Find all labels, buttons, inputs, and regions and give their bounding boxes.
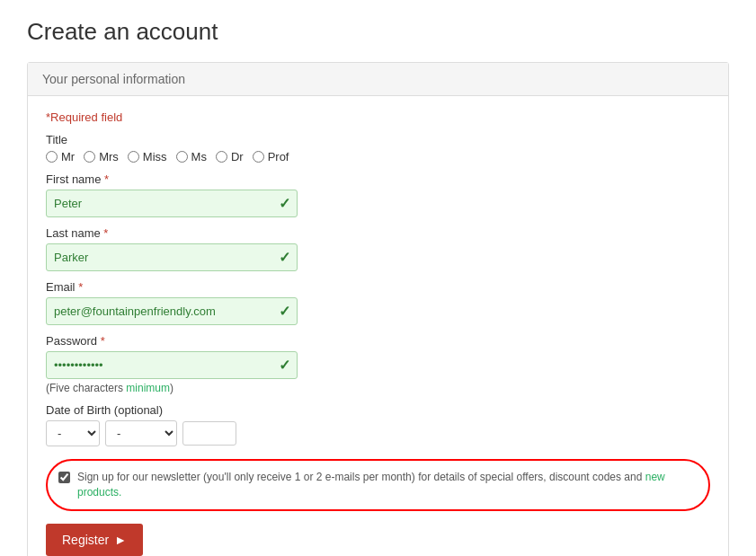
- radio-mrs[interactable]: [84, 151, 95, 163]
- title-option-mr[interactable]: Mr: [46, 150, 75, 163]
- first-name-label: First name *: [46, 172, 710, 186]
- last-name-input[interactable]: [46, 243, 298, 271]
- last-name-checkmark: ✓: [279, 249, 290, 266]
- form-body: *Required field Title Mr Mrs Miss Ms: [28, 96, 728, 556]
- dob-month-select[interactable]: -: [105, 420, 177, 446]
- title-option-miss[interactable]: Miss: [128, 150, 167, 163]
- required-field-notice: *Required field: [46, 110, 710, 124]
- title-option-mrs[interactable]: Mrs: [84, 150, 119, 163]
- password-input-wrapper: ✓: [46, 351, 298, 379]
- last-name-label: Last name *: [46, 226, 710, 240]
- radio-prof[interactable]: [253, 151, 264, 163]
- password-hint: (Five characters minimum): [46, 382, 710, 394]
- form-container: Your personal information *Required fiel…: [27, 62, 729, 556]
- radio-mr[interactable]: [46, 151, 58, 163]
- title-option-prof[interactable]: Prof: [253, 150, 289, 163]
- newsletter-text: Sign up for our newsletter (you'll only …: [77, 470, 698, 500]
- title-label: Title: [46, 133, 710, 146]
- dob-year-input[interactable]: [182, 421, 236, 446]
- register-arrow-icon: ►: [114, 533, 127, 547]
- newsletter-checkbox[interactable]: [58, 472, 70, 483]
- last-name-input-wrapper: ✓: [46, 243, 298, 271]
- first-name-checkmark: ✓: [279, 195, 290, 212]
- password-input[interactable]: [46, 351, 298, 379]
- first-name-input-wrapper: ✓: [46, 190, 298, 217]
- title-option-dr[interactable]: Dr: [216, 150, 244, 163]
- newsletter-row: Sign up for our newsletter (you'll only …: [46, 459, 710, 511]
- dob-day-select[interactable]: -: [46, 420, 100, 446]
- password-label: Password *: [46, 334, 710, 348]
- first-name-input[interactable]: [46, 190, 298, 217]
- title-option-ms[interactable]: Ms: [176, 150, 207, 163]
- dob-row: - -: [46, 420, 710, 446]
- radio-dr[interactable]: [216, 151, 227, 163]
- email-input[interactable]: [46, 297, 298, 325]
- title-options-row: Mr Mrs Miss Ms Dr Prof: [46, 150, 710, 163]
- email-label: Email *: [46, 280, 710, 294]
- section-header: Your personal information: [28, 63, 728, 96]
- radio-ms[interactable]: [176, 151, 188, 163]
- email-checkmark: ✓: [279, 303, 290, 320]
- page-title: Create an account: [27, 18, 729, 46]
- dob-label: Date of Birth (optional): [46, 403, 710, 417]
- radio-miss[interactable]: [128, 151, 139, 163]
- password-checkmark: ✓: [279, 357, 290, 374]
- register-button[interactable]: Register ►: [46, 524, 143, 556]
- email-input-wrapper: ✓: [46, 297, 298, 325]
